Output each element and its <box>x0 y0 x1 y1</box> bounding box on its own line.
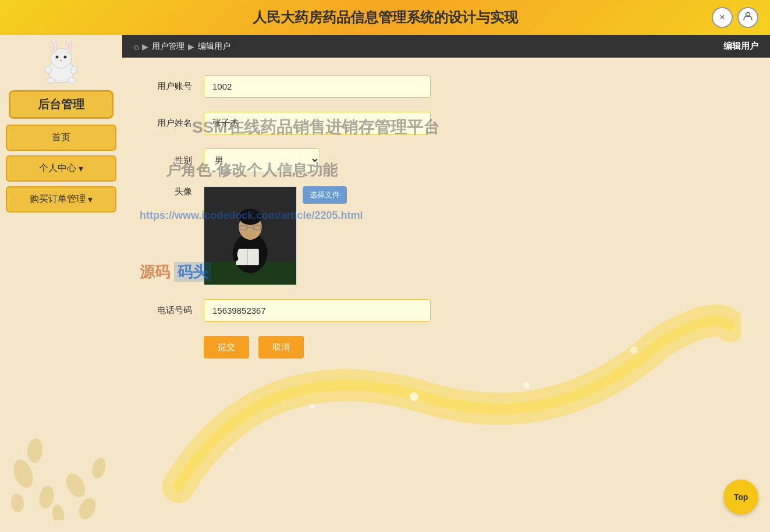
gender-row: 性别 男 女 <box>146 148 747 172</box>
name-input[interactable] <box>204 112 431 134</box>
orders-arrow: ▾ <box>88 194 93 205</box>
svg-point-16 <box>62 470 89 501</box>
account-label: 用户账号 <box>146 81 192 92</box>
svg-point-9 <box>60 60 62 62</box>
svg-point-22 <box>410 392 418 401</box>
main-layout: 后台管理 首页 个人中心 ▾ 购买订单管理 ▾ <box>0 35 770 532</box>
phone-label: 电话号码 <box>146 305 192 316</box>
header-icons: × <box>712 7 758 28</box>
svg-point-4 <box>52 41 55 52</box>
svg-point-6 <box>67 41 70 52</box>
choose-file-button[interactable]: 选择文件 <box>303 186 347 204</box>
svg-point-24 <box>523 382 530 388</box>
user-icon <box>743 12 753 23</box>
breadcrumb-sep1: ▶ <box>142 42 148 51</box>
close-icon: × <box>719 12 725 23</box>
svg-point-17 <box>90 456 108 480</box>
sidebar-item-profile[interactable]: 个人中心 ▾ <box>6 155 116 182</box>
sidebar-logo: 后台管理 <box>6 41 116 119</box>
breadcrumb-page-title: 编辑用户 <box>723 41 758 52</box>
phone-row: 电话号码 <box>146 299 747 322</box>
breadcrumb-sep2: ▶ <box>188 42 194 51</box>
svg-point-8 <box>64 56 67 59</box>
svg-point-18 <box>26 438 44 463</box>
avatar-image <box>204 186 297 285</box>
orders-label: 购买订单管理 <box>30 193 86 205</box>
sidebar: 后台管理 首页 个人中心 ▾ 购买订单管理 ▾ <box>0 35 122 532</box>
phone-input[interactable] <box>204 299 431 322</box>
name-label: 用户姓名 <box>146 118 192 129</box>
svg-point-26 <box>229 447 233 451</box>
svg-point-15 <box>38 484 56 510</box>
sidebar-item-orders[interactable]: 购买订单管理 ▾ <box>6 186 116 212</box>
sidebar-title: 后台管理 <box>9 90 113 119</box>
svg-point-10 <box>47 77 55 83</box>
header: 人民大药房药品信息管理系统的设计与实现 × <box>0 0 770 35</box>
svg-point-7 <box>56 56 59 59</box>
form-area: 用户账号 用户姓名 性别 男 女 头像 <box>122 58 770 376</box>
submit-button[interactable]: 提交 <box>204 336 249 359</box>
svg-point-23 <box>310 404 315 409</box>
main-content: ⌂ ▶ 用户管理 ▶ 编辑用户 编辑用户 <box>122 35 770 532</box>
gender-label: 性别 <box>146 155 192 166</box>
rabbit-icon <box>38 41 84 87</box>
profile-arrow: ▾ <box>79 163 83 174</box>
breadcrumb-bar: ⌂ ▶ 用户管理 ▶ 编辑用户 编辑用户 <box>122 35 770 58</box>
breadcrumb-user-mgmt[interactable]: 用户管理 <box>152 41 184 52</box>
breadcrumb: ⌂ ▶ 用户管理 ▶ 编辑用户 <box>134 41 230 52</box>
profile-label: 个人中心 <box>39 162 76 175</box>
avatar-row: 头像 <box>146 186 747 285</box>
name-row: 用户姓名 <box>146 112 747 134</box>
breadcrumb-edit-user: 编辑用户 <box>198 41 230 52</box>
svg-point-20 <box>76 495 99 520</box>
leaf-decoration <box>0 288 122 520</box>
svg-point-31 <box>239 209 262 225</box>
sidebar-item-home[interactable]: 首页 <box>6 125 116 151</box>
top-button[interactable]: Top <box>723 480 758 515</box>
avatar-area: 选择文件 <box>204 186 347 285</box>
svg-point-19 <box>51 504 66 520</box>
gender-select[interactable]: 男 女 <box>204 148 320 172</box>
account-row: 用户账号 <box>146 75 747 98</box>
form-buttons: 提交 取消 <box>204 336 747 359</box>
home-breadcrumb-icon[interactable]: ⌂ <box>134 42 139 51</box>
avatar-label: 头像 <box>146 186 192 197</box>
home-label: 首页 <box>52 132 70 144</box>
svg-point-11 <box>68 77 76 83</box>
close-button[interactable]: × <box>712 7 733 28</box>
svg-point-21 <box>10 493 25 513</box>
account-input[interactable] <box>204 75 431 98</box>
cancel-button[interactable]: 取消 <box>258 336 304 359</box>
user-button[interactable] <box>737 7 758 28</box>
header-title: 人民大药房药品信息管理系统的设计与实现 <box>253 8 518 27</box>
sidebar-nav: 首页 个人中心 ▾ 购买订单管理 ▾ <box>6 125 116 212</box>
